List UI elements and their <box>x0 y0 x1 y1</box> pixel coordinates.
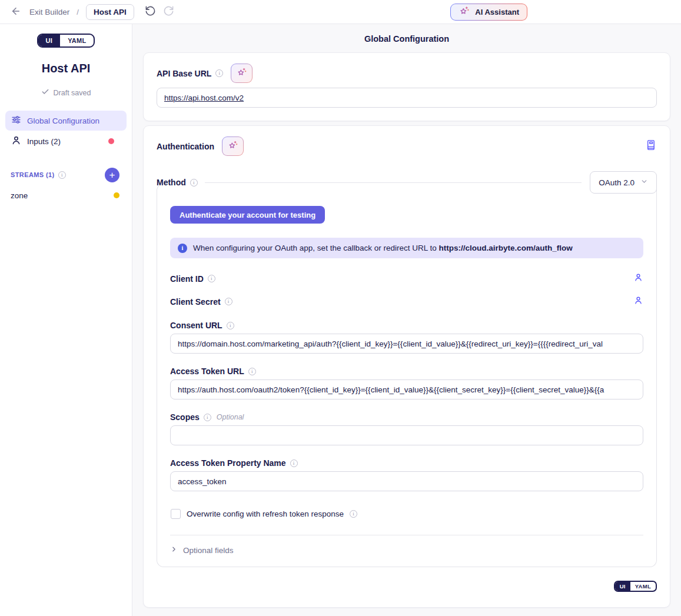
exit-builder-back-button[interactable] <box>9 5 22 19</box>
info-icon[interactable]: i <box>204 414 211 421</box>
divider <box>170 535 643 535</box>
auth-method-select[interactable]: OAuth 2.0 <box>590 171 657 194</box>
user-icon <box>11 135 22 148</box>
optional-fields-label: Optional fields <box>183 546 234 555</box>
consent-url-label: Consent URL <box>170 321 222 330</box>
sidebar-item-label: Global Configuration <box>27 116 99 125</box>
docs-button[interactable] <box>645 138 657 154</box>
chevron-right-icon <box>170 545 178 555</box>
scopes-input[interactable] <box>170 425 643 445</box>
ai-sparkle-icon <box>227 139 239 153</box>
section-ui-yaml-toggle: UI YAML <box>614 581 657 592</box>
toggle-ui[interactable]: UI <box>38 35 61 46</box>
consent-url-input[interactable] <box>170 334 643 354</box>
callback-info-text: When configuring your OAuth app, set the… <box>193 244 573 252</box>
chevron-down-icon <box>640 178 648 187</box>
page-title: Global Configuration <box>143 24 670 52</box>
sidebar-stream-zone[interactable]: zone <box>0 187 132 204</box>
optional-fields-expander[interactable]: Optional fields <box>170 545 643 555</box>
streams-header: STREAMS (1) <box>11 171 55 178</box>
info-icon[interactable]: i <box>58 171 66 179</box>
toggle-yaml[interactable]: YAML <box>60 35 94 46</box>
redo-icon <box>163 5 174 18</box>
optional-tag: Optional <box>217 413 244 421</box>
top-bar: Exit Builder / Host API AI Assistant <box>0 0 681 24</box>
add-stream-button[interactable]: + <box>105 168 119 182</box>
oauth-group: Authenticate your account for testing i … <box>157 184 657 567</box>
check-icon <box>41 88 49 98</box>
save-status-label: Draft saved <box>54 89 91 97</box>
user-input-icon[interactable] <box>633 295 643 308</box>
scopes-label: Scopes <box>170 412 200 422</box>
connector-name-field[interactable]: Host API <box>86 4 134 20</box>
info-icon: i <box>178 244 187 253</box>
info-icon[interactable]: i <box>208 275 215 282</box>
arrow-left-icon <box>11 6 21 18</box>
inputs-error-dot <box>108 138 114 144</box>
info-icon[interactable]: i <box>350 510 357 518</box>
divider <box>205 182 582 183</box>
access-token-url-input[interactable] <box>170 379 643 399</box>
callback-info-banner: i When configuring your OAuth app, set t… <box>170 238 643 258</box>
access-token-property-name-label: Access Token Property Name <box>170 458 286 468</box>
api-base-url-card: API Base URL i <box>143 52 670 121</box>
access-token-property-name-input[interactable] <box>170 471 643 491</box>
undo-button[interactable] <box>144 4 157 19</box>
ai-assistant-button[interactable]: AI Assistant <box>450 4 527 21</box>
info-icon[interactable]: i <box>227 322 234 329</box>
user-input-icon[interactable] <box>633 272 643 285</box>
connector-title: Host API <box>0 62 132 75</box>
info-icon[interactable]: i <box>215 69 223 77</box>
info-icon[interactable]: i <box>225 298 232 305</box>
access-token-url-label: Access Token URL <box>170 367 244 376</box>
info-icon[interactable]: i <box>248 368 256 375</box>
overwrite-config-label: Overwrite config with refresh token resp… <box>187 510 344 518</box>
ui-yaml-toggle: UI YAML <box>37 34 95 48</box>
auth-method-value: OAuth 2.0 <box>599 178 635 187</box>
main-panel: Global Configuration API Base URL i <box>132 24 681 616</box>
builder-sidebar: UI YAML Host API Draft saved Global Co <box>0 24 132 616</box>
sidebar-item-global-configuration[interactable]: Global Configuration <box>5 111 127 131</box>
stream-name: zone <box>11 191 28 200</box>
callback-url: https://cloud.airbyte.com/auth_flow <box>439 244 572 252</box>
api-base-url-label: API Base URL <box>157 69 211 78</box>
info-icon[interactable]: i <box>290 459 298 467</box>
sidebar-item-label: Inputs (2) <box>27 137 61 146</box>
ai-suggest-button[interactable] <box>231 64 253 83</box>
ai-assistant-label: AI Assistant <box>475 8 519 16</box>
sliders-icon <box>11 114 22 127</box>
toggle-ui[interactable]: UI <box>615 582 630 591</box>
api-base-url-input[interactable] <box>157 88 657 108</box>
redo-button[interactable] <box>162 4 175 19</box>
breadcrumb-separator: / <box>77 8 79 16</box>
sidebar-item-inputs[interactable]: Inputs (2) <box>5 131 127 151</box>
exit-builder-label[interactable]: Exit Builder <box>29 8 69 16</box>
ai-sparkle-icon <box>459 5 470 19</box>
undo-icon <box>145 5 156 18</box>
ai-sparkle-icon <box>236 66 248 80</box>
method-label: Method <box>157 178 186 187</box>
authentication-label: Authentication <box>157 142 214 151</box>
stream-warning-dot <box>114 192 119 198</box>
overwrite-config-checkbox[interactable] <box>171 509 181 519</box>
save-status: Draft saved <box>0 88 132 98</box>
toggle-yaml[interactable]: YAML <box>630 582 656 591</box>
ai-suggest-button[interactable] <box>222 136 244 156</box>
client-id-label: Client ID <box>170 274 204 284</box>
info-icon[interactable]: i <box>190 179 198 187</box>
authenticate-button[interactable]: Authenticate your account for testing <box>170 206 325 224</box>
authentication-card: Authentication <box>143 125 670 608</box>
client-secret-label: Client Secret <box>170 297 221 307</box>
